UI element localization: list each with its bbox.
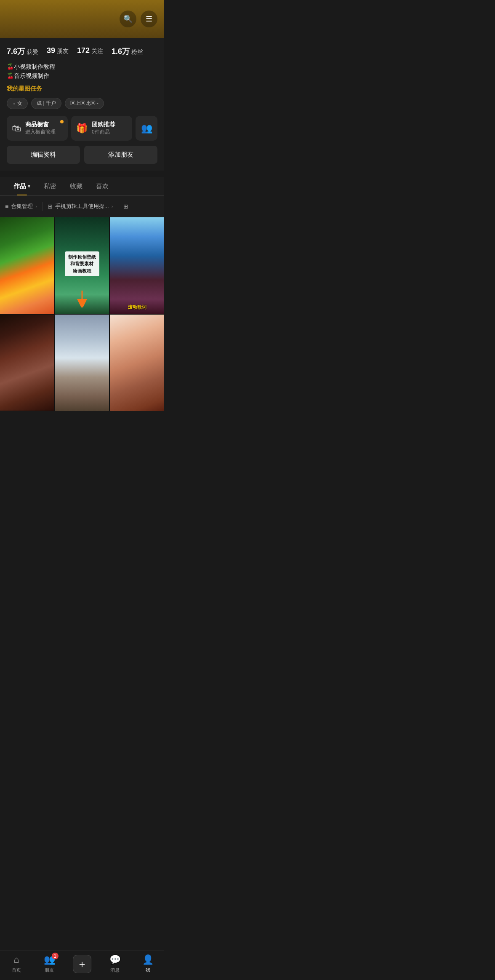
- collection-more-icon: ⊞: [123, 203, 128, 210]
- add-friend-button[interactable]: 添加朋友: [84, 146, 157, 164]
- shop-dot-indicator: [60, 120, 64, 123]
- friends-num: 39: [47, 46, 55, 55]
- video-thumb-5[interactable]: [55, 315, 109, 411]
- tab-works[interactable]: 作品 ▾: [7, 177, 37, 195]
- collection-manage[interactable]: ≡ 合集管理 ›: [0, 200, 42, 213]
- likes-num: 7.6万: [7, 46, 25, 56]
- menu-button[interactable]: ☰: [141, 11, 157, 27]
- stat-following[interactable]: 172 关注: [77, 46, 103, 56]
- gender-icon: ♀: [12, 101, 16, 106]
- thumb-3-label: 滚动歌词: [128, 304, 146, 310]
- friends-label: 朋友: [57, 48, 69, 55]
- more-shop-icon: 👥: [141, 123, 152, 134]
- profile-section: 7.6万 获赞 39 朋友 172 关注 1.6万 粉丝 🍒小视频制作教程 🍒音: [0, 38, 164, 171]
- bio-line-1: 🍒小视频制作教程: [7, 63, 157, 71]
- video-thumb-4[interactable]: [0, 315, 54, 411]
- menu-icon: ☰: [146, 14, 152, 24]
- action-row: 编辑资料 添加朋友: [7, 146, 157, 164]
- xingtujia-link[interactable]: 我的星图任务: [7, 85, 157, 93]
- shop-window-sub: 进入橱窗管理: [25, 128, 56, 136]
- arrow-overlay: [75, 291, 89, 307]
- tag-extra: 区上区此区~: [65, 98, 104, 109]
- tab-private[interactable]: 私密: [37, 177, 63, 195]
- tag-location: 成 | 千户: [31, 98, 61, 109]
- more-shop-card[interactable]: 👥: [136, 116, 157, 141]
- group-buy-title: 团购推荐: [92, 121, 115, 128]
- collection-stack-icon: ⊞: [48, 203, 53, 210]
- bio-line-2: 🍒音乐视频制作: [7, 72, 157, 80]
- thumb-2-text: 制作原创壁纸和背景素材绘画教程: [65, 251, 99, 277]
- shop-window-title: 商品橱窗: [25, 121, 56, 128]
- search-button[interactable]: 🔍: [120, 11, 136, 27]
- collection-list-icon: ≡: [5, 203, 8, 210]
- shop-window-info: 商品橱窗 进入橱窗管理: [25, 121, 56, 136]
- collection-arrow-1: ›: [35, 204, 37, 209]
- tag-gender: ♀ 女: [7, 98, 28, 109]
- tab-chevron-icon: ▾: [28, 184, 30, 189]
- tags-row: ♀ 女 成 | 千户 区上区此区~: [7, 98, 157, 109]
- search-icon: 🔍: [123, 14, 133, 24]
- edit-profile-button[interactable]: 编辑资料: [7, 146, 80, 164]
- collection-arrow-2: ›: [112, 204, 113, 209]
- stat-friends[interactable]: 39 朋友: [47, 46, 69, 56]
- header-icons: 🔍 ☰: [120, 11, 157, 27]
- following-label: 关注: [91, 48, 103, 55]
- following-num: 172: [77, 46, 90, 55]
- group-buy-sub: 0件商品: [92, 128, 115, 136]
- tabs-section: 作品 ▾ 私密 收藏 喜欢: [0, 177, 164, 196]
- group-buy-info: 团购推荐 0件商品: [92, 121, 115, 136]
- video-grid: 制作原创壁纸和背景素材绘画教程 滚动歌词: [0, 217, 164, 411]
- bio-section: 🍒小视频制作教程 🍒音乐视频制作: [7, 63, 157, 80]
- shop-window-card[interactable]: 🛍 商品橱窗 进入橱窗管理: [7, 116, 68, 141]
- shop-row: 🛍 商品橱窗 进入橱窗管理 🎁 团购推荐 0件商品 👥: [7, 116, 157, 141]
- group-buy-icon: 🎁: [76, 123, 88, 134]
- profile-banner: 🔍 ☰: [0, 0, 164, 38]
- fans-num: 1.6万: [112, 46, 130, 56]
- video-thumb-6[interactable]: [110, 315, 164, 411]
- collection-more[interactable]: ⊞: [118, 200, 133, 213]
- video-thumb-2[interactable]: 制作原创壁纸和背景素材绘画教程: [55, 217, 109, 314]
- tabs-row: 作品 ▾ 私密 收藏 喜欢: [0, 177, 164, 195]
- video-thumb-1[interactable]: [0, 217, 54, 314]
- video-thumb-3[interactable]: 滚动歌词: [110, 217, 164, 314]
- group-buy-card[interactable]: 🎁 团购推荐 0件商品: [71, 116, 132, 141]
- tab-likes[interactable]: 喜欢: [89, 177, 115, 195]
- collection-row: ≡ 合集管理 › ⊞ 手机剪辑工具使用操... › ⊞: [0, 196, 164, 217]
- shop-window-icon: 🛍: [12, 123, 21, 134]
- thumb-1-inner: [0, 217, 54, 314]
- stat-fans[interactable]: 1.6万 粉丝: [112, 46, 143, 56]
- likes-label: 获赞: [27, 48, 38, 56]
- fans-label: 粉丝: [131, 48, 143, 56]
- collection-tool[interactable]: ⊞ 手机剪辑工具使用操... ›: [43, 200, 118, 213]
- stats-row: 7.6万 获赞 39 朋友 172 关注 1.6万 粉丝: [7, 46, 157, 56]
- stat-likes[interactable]: 7.6万 获赞: [7, 46, 38, 56]
- tab-favorites[interactable]: 收藏: [63, 177, 89, 195]
